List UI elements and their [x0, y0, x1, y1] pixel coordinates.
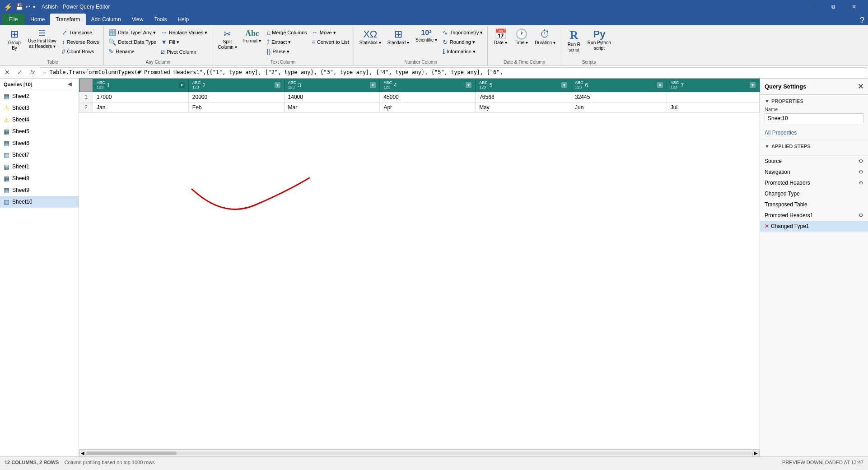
- col-header-3[interactable]: ABC123 3 ▾: [284, 79, 380, 92]
- col-header-2[interactable]: ABC123 2 ▾: [188, 79, 284, 92]
- minimize-button[interactable]: ─: [802, 0, 823, 14]
- tab-tools[interactable]: Tools: [149, 14, 172, 25]
- sidebar-item-sheet8[interactable]: ▦ Sheet8: [0, 172, 79, 184]
- formula-fx-button[interactable]: fx: [27, 67, 38, 78]
- cell-1-4[interactable]: 45000: [380, 92, 476, 102]
- sidebar-item-sheet2[interactable]: ▦ Sheet2: [0, 90, 79, 102]
- step-promoted-headers[interactable]: Promoted Headers ⚙: [760, 177, 868, 188]
- formula-accept-button[interactable]: ✓: [14, 67, 25, 78]
- cell-2-1[interactable]: Jan: [93, 102, 189, 112]
- tab-transform[interactable]: Transform: [50, 14, 85, 25]
- sidebar-item-sheet10[interactable]: ▦ Sheet10: [0, 196, 79, 208]
- split-column-button[interactable]: ✂ SplitColumn ▾: [215, 28, 239, 51]
- sidebar-item-sheet6[interactable]: ▦ Sheet6: [0, 137, 79, 149]
- col-header-1[interactable]: ABC123 1 ▾: [93, 79, 189, 92]
- close-button[interactable]: ✕: [844, 0, 864, 14]
- cell-2-2[interactable]: Feb: [188, 102, 284, 112]
- trigonometry-button[interactable]: ∿ Trigonometry ▾: [441, 28, 485, 37]
- detect-data-type-button[interactable]: 🔍 Detect Data Type: [107, 37, 158, 47]
- cell-1-3[interactable]: 14000: [284, 92, 380, 102]
- time-button[interactable]: 🕐 Time ▾: [511, 28, 531, 47]
- step-promoted-headers1[interactable]: Promoted Headers1 ⚙: [760, 210, 868, 221]
- step-source-gear[interactable]: ⚙: [859, 158, 863, 164]
- col6-dropdown-btn[interactable]: ▾: [657, 82, 663, 88]
- cell-2-6[interactable]: Jun: [571, 102, 667, 112]
- step-navigation[interactable]: Navigation ⚙: [760, 167, 868, 177]
- step-source[interactable]: Source ⚙: [760, 156, 868, 167]
- col7-dropdown-btn[interactable]: ▾: [750, 82, 756, 88]
- sidebar-item-sheet3[interactable]: ⚠ Sheet3: [0, 102, 79, 114]
- quick-save-icon[interactable]: 💾: [15, 3, 23, 10]
- run-python-button[interactable]: Py Run Pythonscript: [585, 28, 614, 52]
- quick-more-icon[interactable]: ▾: [33, 5, 35, 9]
- col-header-6[interactable]: ABC123 6 ▾: [571, 79, 667, 92]
- sidebar-collapse-button[interactable]: ◀: [68, 81, 75, 87]
- tab-view[interactable]: View: [126, 14, 149, 25]
- quick-undo-icon[interactable]: ↩: [26, 4, 30, 10]
- hscroll-left-btn[interactable]: ◀: [79, 450, 86, 457]
- parse-button[interactable]: {} Parse ▾: [265, 47, 309, 56]
- tab-file[interactable]: File: [2, 14, 25, 25]
- sidebar-item-sheet5[interactable]: ▦ Sheet5: [0, 126, 79, 137]
- hscroll-track[interactable]: [86, 451, 752, 455]
- qs-all-properties-link[interactable]: All Properties: [765, 130, 797, 136]
- col3-dropdown-btn[interactable]: ▾: [370, 82, 376, 88]
- count-rows-button[interactable]: # Count Rows: [60, 47, 101, 56]
- qs-name-input[interactable]: [765, 113, 863, 123]
- convert-to-list-button[interactable]: ≡ Convert to List: [310, 37, 351, 47]
- use-first-row-button[interactable]: ☰ Use First Rowas Headers ▾: [25, 28, 59, 51]
- cell-2-5[interactable]: May: [476, 102, 571, 112]
- tab-help[interactable]: Help: [172, 14, 194, 25]
- statistics-button[interactable]: XΩ Statistics ▾: [357, 28, 384, 47]
- group-by-button[interactable]: ⊞ GroupBy: [5, 28, 24, 52]
- move-button[interactable]: ↔ Move ▾: [310, 28, 351, 37]
- step-transposed-table[interactable]: Transposed Table: [760, 199, 868, 210]
- step-changed-type[interactable]: Changed Type: [760, 188, 868, 199]
- date-button[interactable]: 📅 Date ▾: [490, 28, 510, 47]
- tab-addcolumn[interactable]: Add Column: [86, 14, 126, 25]
- cell-1-5[interactable]: 76568: [476, 92, 571, 102]
- format-button[interactable]: Abc Format ▾: [241, 28, 264, 45]
- sidebar-item-sheet4[interactable]: ⚠ Sheet4: [0, 114, 79, 126]
- col5-dropdown-btn[interactable]: ▾: [561, 82, 567, 88]
- fill-button[interactable]: ▼ Fill ▾: [159, 37, 209, 47]
- merge-columns-button[interactable]: ⟤ Merge Columns: [265, 28, 309, 37]
- cell-2-7[interactable]: Jul: [667, 102, 759, 112]
- step-navigation-gear[interactable]: ⚙: [859, 169, 863, 175]
- step-promoted-headers-gear[interactable]: ⚙: [859, 180, 863, 186]
- sidebar-item-sheet7[interactable]: ▦ Sheet7: [0, 149, 79, 161]
- restore-button[interactable]: ⧉: [823, 0, 844, 14]
- rounding-button[interactable]: ↻ Rounding ▾: [441, 37, 485, 47]
- col4-dropdown-btn[interactable]: ▾: [466, 82, 471, 88]
- grid-container[interactable]: ABC123 1 ▾ ABC123 2 ▾: [79, 79, 760, 449]
- run-r-button[interactable]: R Run Rscript: [564, 28, 584, 54]
- cell-1-6[interactable]: 32445: [571, 92, 667, 102]
- tab-home[interactable]: Home: [25, 14, 50, 25]
- extract-button[interactable]: ⤴ Extract ▾: [265, 37, 309, 47]
- cell-1-1[interactable]: 17000: [93, 92, 189, 102]
- sidebar-item-sheet9[interactable]: ▦ Sheet9: [0, 184, 79, 196]
- information-button[interactable]: ℹ Information ▾: [441, 47, 485, 56]
- col-header-4[interactable]: ABC123 4 ▾: [380, 79, 476, 92]
- data-type-button[interactable]: 🔢 Data Type: Any ▾: [107, 28, 158, 37]
- col-header-5[interactable]: ABC123 5 ▾: [476, 79, 571, 92]
- duration-button[interactable]: ⏱ Duration ▾: [532, 28, 558, 47]
- col-header-7[interactable]: ABC123 7 ▾: [667, 79, 759, 92]
- hscroll-right-btn[interactable]: ▶: [752, 450, 760, 457]
- pivot-column-button[interactable]: ⧄ Pivot Column: [159, 47, 209, 56]
- cell-2-4[interactable]: Apr: [380, 102, 476, 112]
- formula-input[interactable]: [40, 67, 866, 77]
- rename-button[interactable]: ✎ Rename: [107, 47, 158, 56]
- step-promoted-headers1-gear[interactable]: ⚙: [859, 212, 863, 219]
- replace-values-button[interactable]: ↔ Replace Values ▾: [159, 28, 209, 37]
- help-icon[interactable]: ?: [860, 16, 864, 25]
- standard-button[interactable]: ⊞ Standard ▾: [385, 28, 412, 47]
- scientific-button[interactable]: 10² Scientific ▾: [413, 28, 440, 44]
- transpose-button[interactable]: ⤢ Transpose: [60, 28, 101, 37]
- reverse-rows-button[interactable]: ↕ Reverse Rows: [60, 37, 101, 47]
- step-changed-type1[interactable]: ✕ Changed Type1: [760, 221, 868, 232]
- hscroll-thumb[interactable]: [86, 451, 177, 455]
- sidebar-item-sheet1[interactable]: ▦ Sheet1: [0, 161, 79, 172]
- col2-dropdown-btn[interactable]: ▾: [275, 82, 280, 88]
- col1-dropdown-btn[interactable]: ▾: [179, 82, 185, 88]
